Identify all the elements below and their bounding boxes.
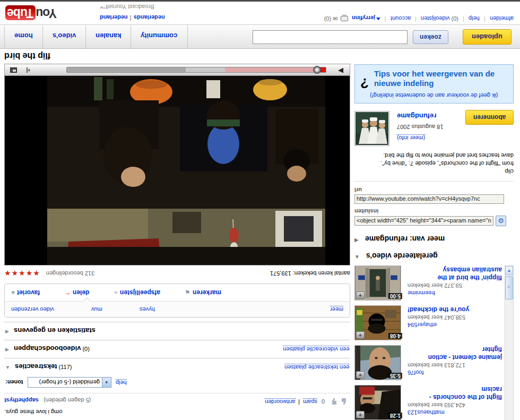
new-layout-tips-box: ¿ Tips voor het weergeven van de nieuwe … [354, 64, 514, 104]
nav-bar: home video's kanalen community zoeken up… [0, 25, 520, 49]
share-send-video-link[interactable]: video verzenden [11, 306, 54, 313]
volume-icon: ||◗ [26, 67, 30, 73]
mail-icon[interactable]: ✉ [333, 15, 337, 22]
add-to-quicklist-icon[interactable]: + [356, 371, 365, 379]
account-bar: (0) ✉ jerryfinn | account | videolijsten… [324, 15, 514, 22]
share-button[interactable]: →delen [64, 289, 89, 296]
url-label: url [354, 187, 362, 193]
embed-label: insluiten [354, 208, 378, 215]
seek-buffered [186, 67, 224, 72]
related-title-link[interactable]: jemaine clement - action fighter [408, 345, 502, 361]
playlists-button[interactable]: +afspeellijsten [114, 289, 160, 296]
video-actions: ♥favoriet →delen +afspeellijsten ⚑marker… [4, 284, 350, 318]
embed-options-gear-icon[interactable]: ⚙ [496, 216, 506, 226]
add-to-quicklist-icon[interactable]: + [356, 411, 365, 418]
comment-help-link[interactable]: help [116, 379, 127, 386]
duration-badge: 5:35 [388, 373, 402, 379]
related-videos-row[interactable]: ▼ gerelateerde video's [354, 252, 514, 260]
upload-date: 18 augustus 2007 [397, 124, 443, 130]
related-thumbnail[interactable]: + 1:28 [354, 385, 403, 420]
search-button[interactable]: zoeken [413, 30, 448, 44]
section-video-responses[interactable]: ▶ videoboodschappen (0) een videoreactie… [4, 340, 350, 354]
share-muv-link[interactable]: muv [91, 306, 102, 313]
related-user-link[interactable]: foof76 [408, 370, 424, 376]
related-video-item: + 1:28 flight of the conchords - racism … [354, 385, 502, 420]
help-link[interactable]: help [469, 15, 480, 22]
section-text-comments[interactable]: ▼ tekstreacties (117) een tekstreactie p… [4, 358, 350, 372]
locale-country-link[interactable]: nederland [100, 14, 128, 21]
duration-badge: 4:08 [388, 333, 402, 339]
watch-sidebar: ¿ Tips voor het weergeven van de nieuwe … [354, 64, 514, 420]
avatar-art [356, 112, 388, 145]
select-arrow-icon[interactable]: ▼ [102, 378, 111, 387]
account-link[interactable]: account [391, 15, 411, 22]
signout-link[interactable]: afmelden [490, 15, 514, 22]
screen-size-button[interactable] [7, 65, 20, 75]
search-input[interactable] [253, 30, 408, 44]
seek-bar[interactable] [66, 67, 326, 73]
video-player: ||◗ ◀ [4, 64, 350, 265]
comment-text: omg i love these guys. [4, 409, 62, 415]
youtube-logo[interactable]: YouTube [5, 6, 57, 20]
post-video-response-link[interactable]: een videoreactie plaatsen [283, 346, 349, 353]
uploader-name-link[interactable]: refundgame [397, 112, 436, 120]
seek-handle[interactable] [313, 66, 321, 74]
section-statistics[interactable]: ▶ statistieken en gegevens [4, 322, 350, 336]
embed-input[interactable]: <object width="425" height="344"><param … [354, 216, 493, 226]
scroll-up-button[interactable]: ▲ [505, 266, 513, 275]
tab-home[interactable]: home [4, 25, 43, 48]
related-video-item: + 4:08 you're the dickhead! 538,047 keer… [354, 305, 502, 340]
related-user-link[interactable]: ethayer594 [408, 322, 437, 328]
url-input[interactable]: http://www.youtube.com/watch?v=cH4ysqvp7… [354, 194, 504, 204]
share-more-link[interactable]: meer [330, 306, 343, 313]
favorite-button[interactable]: ♥favoriet [11, 289, 40, 296]
triangle-down-icon: ▼ [354, 254, 360, 260]
related-title-link[interactable]: flippin' the bird at the australian emba… [408, 265, 502, 281]
locale-language-link[interactable]: nederlands [134, 14, 165, 21]
related-user-link[interactable]: freemnime [408, 290, 435, 296]
related-thumbnail[interactable]: + 5:35 [354, 345, 403, 380]
video-screen[interactable] [5, 76, 350, 265]
tab-channels[interactable]: kanalen [86, 25, 131, 48]
related-scrollbar[interactable]: ▲ ▼ [505, 265, 514, 420]
more-from-row[interactable]: ▶ meer van: refundgame [354, 235, 514, 243]
share-hyves-link[interactable]: hyves [140, 306, 155, 313]
comment-spam-link[interactable]: spam [303, 398, 317, 405]
related-user-link[interactable]: matthaeus123 [408, 409, 445, 416]
add-to-quicklist-icon[interactable]: + [356, 331, 365, 339]
volume-button[interactable]: ||◗ [22, 65, 34, 75]
comment-filter-select[interactable]: gemiddeld (-5 of hoger) ▼ [28, 377, 111, 388]
scrollbar-thumb[interactable] [505, 276, 513, 299]
play-button[interactable]: ◀ [332, 66, 350, 74]
subscribe-button[interactable]: abonneren [465, 110, 514, 125]
star-rating[interactable]: ★★★★★ [4, 269, 40, 277]
video-description: clip from ''flight of the conchords'', e… [354, 151, 514, 175]
old-layout-optout-link[interactable]: (ik geef de voorkeur aan de ouderwetse i… [360, 92, 508, 99]
watch-main-column: flip the bird ||◗ ◀ [4, 51, 350, 420]
uploader-box: refundgame 18 augustus 2007 (meer info) … [354, 109, 514, 174]
related-title-link[interactable]: flight of the conchords - racism [408, 385, 502, 401]
more-info-link[interactable]: (meer info) [397, 134, 425, 141]
tv-icon[interactable] [341, 16, 348, 21]
site-header: YouTube Broadcast Yourself™ nederland|ne… [0, 2, 520, 25]
uploader-avatar[interactable] [354, 111, 389, 146]
comment-reply-link[interactable]: antwoorden [265, 398, 296, 405]
comment-author-link[interactable]: sapphethyst [4, 397, 39, 404]
related-title-link[interactable]: you're the dickhead! [408, 305, 469, 313]
username-menu[interactable]: jerryfinn [352, 15, 375, 21]
text-comments-count: (117) [59, 364, 72, 370]
post-text-comment-link[interactable]: een tekstreactie plaatsen [284, 364, 349, 371]
thumbs-down-button[interactable] [329, 397, 337, 406]
related-thumbnail[interactable]: + 5:00 [354, 265, 403, 301]
tab-videos[interactable]: video's [43, 25, 86, 48]
nav-tabs: home video's kanalen community [4, 25, 188, 48]
flag-button[interactable]: ⚑markeren [185, 289, 221, 296]
upload-button[interactable]: uploaden [463, 29, 512, 45]
related-thumbnail[interactable]: + 4:08 [354, 305, 403, 340]
chevron-down-icon[interactable] [376, 18, 380, 20]
rating-count: 312 beoordelingen [46, 270, 94, 277]
playlists-link[interactable]: videolijsten [421, 15, 449, 22]
add-to-quicklist-icon[interactable]: + [356, 292, 365, 299]
tab-community[interactable]: community [131, 25, 187, 48]
thumbs-up-button[interactable] [341, 397, 349, 406]
